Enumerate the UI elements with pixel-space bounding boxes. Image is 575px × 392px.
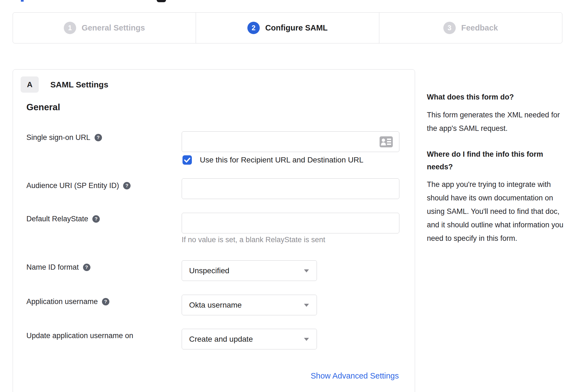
single-sign-on-url-input[interactable]	[182, 131, 399, 152]
step-label: Feedback	[461, 23, 498, 32]
step-number-badge: 3	[443, 22, 456, 34]
field-label-text: Update application username on	[26, 332, 133, 340]
contact-card-icon[interactable]	[380, 136, 393, 147]
recipient-url-checkbox-row: Use this for Recipient URL and Destinati…	[183, 155, 363, 165]
audience-uri-input[interactable]	[182, 178, 399, 199]
audience-uri-label: Audience URI (SP Entity ID) ?	[26, 181, 131, 190]
help-sidebar: What does this form do? This form genera…	[427, 91, 567, 245]
select-value: Unspecified	[189, 266, 229, 275]
step-number-badge: 1	[64, 22, 76, 34]
step-number-badge: 2	[247, 22, 260, 34]
recipient-url-checkbox-label: Use this for Recipient URL and Destinati…	[200, 156, 363, 164]
sidebar-section-what: What does this form do? This form genera…	[427, 91, 567, 135]
step-label: Configure SAML	[265, 23, 328, 32]
wizard-stepper: 1 General Settings 2 Configure SAML 3 Fe…	[13, 12, 562, 43]
sidebar-body-text: The app you're trying to integrate with …	[427, 178, 567, 245]
default-relaystate-label: Default RelayState ?	[26, 215, 100, 223]
clipped-header-fragment-dark	[157, 0, 166, 2]
application-username-select[interactable]: Okta username	[182, 295, 317, 315]
panel-header: A SAML Settings	[21, 76, 108, 93]
sidebar-heading: Where do I find the info this form needs…	[427, 148, 567, 173]
saml-settings-panel: A SAML Settings General Single sign-on U…	[13, 69, 415, 392]
field-label-text: Default RelayState	[26, 215, 88, 223]
clipped-header-fragment-blue	[21, 0, 24, 2]
step-feedback[interactable]: 3 Feedback	[379, 13, 562, 43]
update-application-username-select[interactable]: Create and update	[182, 329, 317, 349]
help-icon[interactable]: ?	[83, 264, 90, 271]
sidebar-body-text: This form generates the XML needed for t…	[427, 108, 567, 135]
help-icon[interactable]: ?	[95, 134, 102, 141]
help-icon[interactable]: ?	[92, 215, 100, 223]
panel-title: SAML Settings	[50, 80, 108, 89]
update-application-username-label: Update application username on	[26, 332, 133, 340]
name-id-format-label: Name ID format ?	[26, 263, 90, 272]
help-icon[interactable]: ?	[102, 298, 109, 305]
step-configure-saml[interactable]: 2 Configure SAML	[196, 13, 379, 43]
sidebar-section-where: Where do I find the info this form needs…	[427, 148, 567, 245]
name-id-format-select[interactable]: Unspecified	[182, 260, 317, 281]
select-value: Okta username	[189, 301, 242, 310]
step-label: General Settings	[82, 23, 145, 32]
field-label-text: Name ID format	[26, 263, 79, 272]
dropdown-caret-icon	[304, 269, 309, 272]
dropdown-caret-icon	[304, 338, 309, 341]
sidebar-heading: What does this form do?	[427, 91, 567, 103]
show-advanced-settings-link[interactable]: Show Advanced Settings	[311, 371, 399, 380]
dropdown-caret-icon	[304, 304, 309, 307]
field-label-text: Single sign-on URL	[26, 133, 90, 142]
default-relaystate-input[interactable]	[182, 213, 399, 233]
application-username-label: Application username ?	[26, 297, 109, 306]
single-sign-on-url-label: Single sign-on URL ?	[26, 133, 102, 142]
general-section-heading: General	[26, 102, 60, 112]
step-general-settings[interactable]: 1 General Settings	[13, 13, 196, 43]
select-value: Create and update	[189, 335, 253, 344]
section-a-badge: A	[21, 76, 39, 93]
recipient-url-checkbox[interactable]	[183, 155, 192, 165]
field-label-text: Audience URI (SP Entity ID)	[26, 181, 119, 190]
help-icon[interactable]: ?	[123, 182, 131, 189]
field-label-text: Application username	[26, 297, 98, 306]
relaystate-helper-text: If no value is set, a blank RelayState i…	[182, 236, 325, 244]
